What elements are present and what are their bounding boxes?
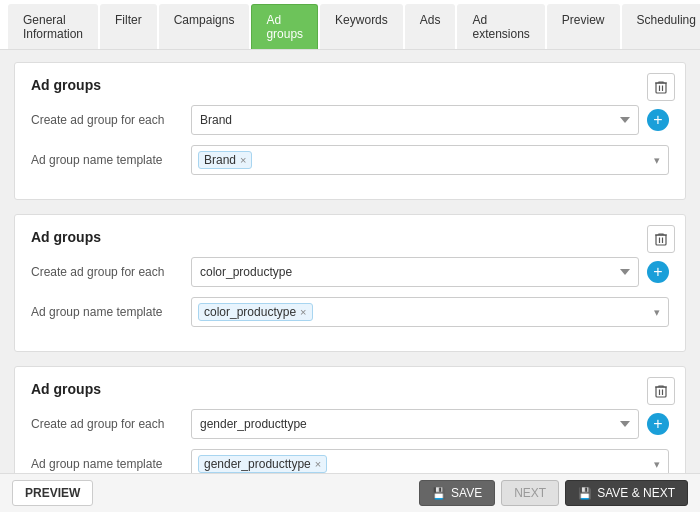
create-for-label-2: Create ad group for each [31,265,191,279]
template-tag-label-2-0: color_productype [204,305,296,319]
add-create-for-button-1[interactable]: + [647,109,669,131]
tab-scheduling[interactable]: Scheduling [622,4,700,49]
next-button[interactable]: NEXT [501,480,559,506]
svg-rect-3 [656,235,666,245]
template-row-2: Ad group name templatecolor_productype× [31,297,669,327]
template-label-1: Ad group name template [31,153,191,167]
footer-right: 💾 SAVE NEXT 💾 SAVE & NEXT [419,480,688,506]
save-next-icon: 💾 [578,487,592,500]
template-tag-input-3[interactable]: gender_producttype× [191,449,669,473]
ad-group-card-1: Ad groupsCreate ad group for eachBrand+A… [14,62,686,200]
tab-ad-groups[interactable]: Ad groups [251,4,318,49]
template-tag-close-2-0[interactable]: × [300,307,306,318]
card-title-1: Ad groups [31,77,669,93]
delete-card-button-2[interactable] [647,225,675,253]
create-for-label-3: Create ad group for each [31,417,191,431]
footer-left: PREVIEW [12,480,93,506]
create-for-wrap-3: gender_producttype+ [191,409,669,439]
save-next-button[interactable]: 💾 SAVE & NEXT [565,480,688,506]
template-wrap-3: gender_producttype× [191,449,669,473]
tabs-bar: General InformationFilterCampaignsAd gro… [0,0,700,50]
add-create-for-button-3[interactable]: + [647,413,669,435]
create-for-wrap-1: Brand+ [191,105,669,135]
save-button[interactable]: 💾 SAVE [419,480,495,506]
create-for-row-1: Create ad group for eachBrand+ [31,105,669,135]
footer: PREVIEW 💾 SAVE NEXT 💾 SAVE & NEXT [0,473,700,512]
preview-button[interactable]: PREVIEW [12,480,93,506]
create-for-select-2[interactable]: color_productype [191,257,639,287]
template-wrap-2: color_productype× [191,297,669,327]
create-for-wrap-2: color_productype+ [191,257,669,287]
card-title-3: Ad groups [31,381,669,397]
save-icon: 💾 [432,487,446,500]
create-for-select-3[interactable]: gender_producttype [191,409,639,439]
template-tag-close-1-0[interactable]: × [240,155,246,166]
content-area: Ad groupsCreate ad group for eachBrand+A… [0,50,700,473]
tab-filter[interactable]: Filter [100,4,157,49]
tab-ads[interactable]: Ads [405,4,456,49]
create-for-select-1[interactable]: Brand [191,105,639,135]
template-tag-close-3-0[interactable]: × [315,459,321,470]
template-row-3: Ad group name templategender_producttype… [31,449,669,473]
template-tag-2-0: color_productype× [198,303,313,321]
svg-rect-6 [656,387,666,397]
template-tag-input-2[interactable]: color_productype× [191,297,669,327]
save-label: SAVE [451,486,482,500]
card-title-2: Ad groups [31,229,669,245]
create-for-label-1: Create ad group for each [31,113,191,127]
tab-preview[interactable]: Preview [547,4,620,49]
template-tag-1-0: Brand× [198,151,252,169]
delete-card-button-1[interactable] [647,73,675,101]
tab-general-information[interactable]: General Information [8,4,98,49]
template-label-2: Ad group name template [31,305,191,319]
template-wrap-1: Brand× [191,145,669,175]
create-for-row-2: Create ad group for eachcolor_productype… [31,257,669,287]
svg-rect-0 [656,83,666,93]
template-row-1: Ad group name templateBrand× [31,145,669,175]
ad-group-card-2: Ad groupsCreate ad group for eachcolor_p… [14,214,686,352]
tab-campaigns[interactable]: Campaigns [159,4,250,49]
template-tag-3-0: gender_producttype× [198,455,327,473]
template-label-3: Ad group name template [31,457,191,471]
template-tag-label-3-0: gender_producttype [204,457,311,471]
create-for-row-3: Create ad group for eachgender_productty… [31,409,669,439]
template-tag-input-1[interactable]: Brand× [191,145,669,175]
delete-card-button-3[interactable] [647,377,675,405]
template-tag-label-1-0: Brand [204,153,236,167]
tab-ad-extensions[interactable]: Ad extensions [457,4,544,49]
add-create-for-button-2[interactable]: + [647,261,669,283]
save-next-label: SAVE & NEXT [597,486,675,500]
tab-keywords[interactable]: Keywords [320,4,403,49]
ad-group-card-3: Ad groupsCreate ad group for eachgender_… [14,366,686,473]
